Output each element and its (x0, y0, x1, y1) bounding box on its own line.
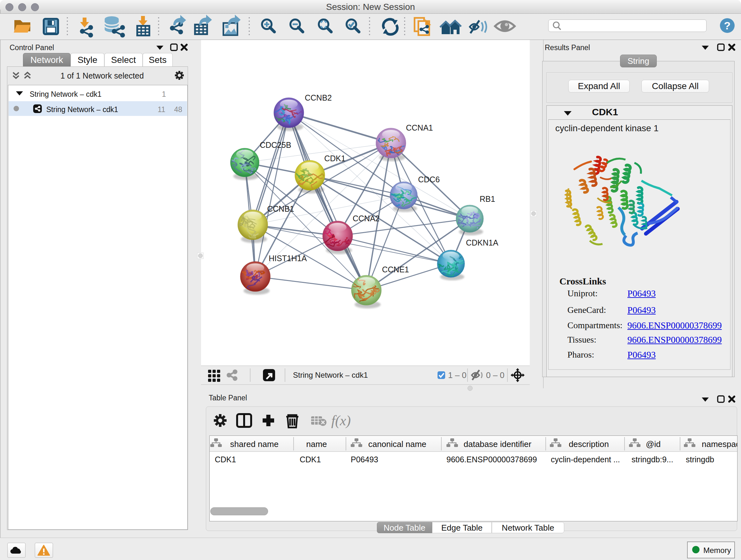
svg-text:CCNA1: CCNA1 (406, 123, 433, 132)
svg-text:description: description (569, 439, 609, 449)
svg-text:0 – 0: 0 – 0 (486, 370, 504, 380)
svg-text:CCNB1: CCNB1 (267, 204, 294, 213)
svg-text:CDC6: CDC6 (418, 175, 440, 184)
svg-text:f(x): f(x) (331, 413, 351, 428)
svg-text:HIST1H1A: HIST1H1A (269, 254, 307, 263)
svg-text:String Network – cdk1: String Network – cdk1 (293, 371, 368, 379)
svg-text:shared name: shared name (230, 439, 279, 449)
svg-text:name: name (306, 439, 327, 449)
svg-text:CCNB2: CCNB2 (305, 93, 332, 102)
svg-text:CCNE1: CCNE1 (382, 265, 409, 274)
svg-text:CCNA2: CCNA2 (353, 214, 380, 223)
svg-text:CDC25B: CDC25B (260, 140, 291, 149)
svg-text:@id: @id (646, 439, 661, 449)
svg-text:namespac: namespac (702, 439, 737, 449)
svg-text:CDK1: CDK1 (324, 154, 346, 163)
svg-text:1 – 0: 1 – 0 (448, 370, 467, 380)
svg-text:?: ? (724, 19, 731, 32)
svg-text:database identifier: database identifier (464, 439, 532, 449)
svg-text:RB1: RB1 (480, 194, 495, 203)
svg-text:canonical name: canonical name (368, 439, 426, 449)
svg-text:CDKN1A: CDKN1A (466, 238, 498, 247)
